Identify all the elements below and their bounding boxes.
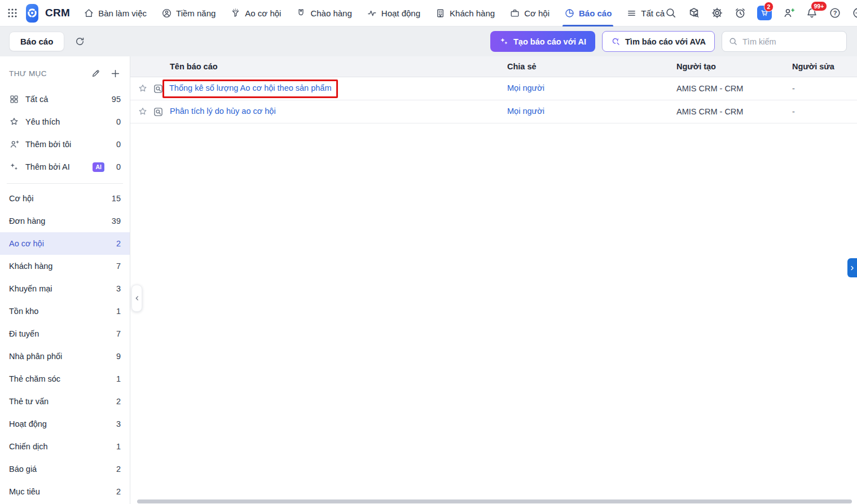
sidebar-folder-the-cham-soc[interactable]: Thẻ chăm sóc 1	[0, 368, 130, 390]
horizontal-scrollbar[interactable]	[137, 499, 852, 503]
search-icon[interactable]	[665, 7, 677, 19]
report-search-box[interactable]	[722, 31, 847, 52]
sidebar-item-tat-ca[interactable]: Tất cả95	[0, 88, 130, 110]
sidebar-folder-di-tuyen[interactable]: Đi tuyến 7	[0, 322, 130, 345]
app-launcher-icon[interactable]	[7, 7, 18, 19]
report-table: Tên báo cáo Chia sẻ Người tạo Người sửa …	[130, 56, 857, 504]
share-link[interactable]: Mọi người	[507, 107, 544, 116]
app-title: CRM	[45, 7, 70, 19]
sidebar-divider	[7, 183, 123, 184]
search-sparkle-icon	[611, 37, 621, 46]
sidebar-folder-don-hang[interactable]: Đơn hàng 39	[0, 210, 130, 232]
sidebar-folder-the-tu-van[interactable]: Thẻ tư vấn 2	[0, 390, 130, 413]
briefcase-icon	[509, 8, 520, 19]
report-page-button[interactable]: Báo cáo	[9, 32, 64, 51]
nav-tab-label: Bàn làm việc	[98, 8, 147, 18]
sidebar-folder-co-hoi[interactable]: Cơ hội 15	[0, 187, 130, 210]
sidebar-folder-ao-co-hoi[interactable]: Ao cơ hội 2	[0, 232, 130, 255]
find-report-ava-label: Tìm báo cáo với AVA	[625, 37, 706, 46]
share-cell: Mọi người	[507, 107, 676, 117]
report-name-link[interactable]: Thống kê số lượng Ao cơ hội theo sản phẩ…	[169, 83, 331, 92]
add-folder-icon[interactable]	[110, 68, 121, 79]
grid-icon	[9, 94, 19, 104]
favorite-star-icon[interactable]	[138, 83, 148, 94]
help-icon[interactable]: ?	[829, 7, 841, 19]
preview-report-icon[interactable]	[153, 107, 164, 117]
settings-gear-icon[interactable]	[711, 7, 723, 19]
sidebar-folder-hoat-dong[interactable]: Hoạt động 3	[0, 413, 130, 435]
sidebar-folder-count: 2	[116, 465, 121, 474]
nav-right-icons: 299+?	[665, 6, 857, 20]
sidebar-folder-label: Đi tuyến	[9, 329, 39, 338]
col-header-name[interactable]: Tên báo cáo	[170, 62, 507, 71]
sidebar-folder-bao-gia[interactable]: Báo giá 2	[0, 458, 130, 480]
nav-tab-tat-ca[interactable]: Tất cả	[626, 0, 665, 26]
sparkles-icon	[9, 162, 19, 172]
store-cart-icon[interactable]: 2	[757, 6, 772, 20]
sidebar-folder-label: Báo giá	[9, 465, 37, 474]
create-report-ai-label: Tạo báo cáo với AI	[513, 37, 586, 46]
nav-tab-label: Chào hàng	[310, 8, 351, 18]
add-user-icon[interactable]	[783, 7, 795, 19]
sidebar-folder-chien-dich[interactable]: Chiến dịch 1	[0, 435, 130, 458]
sidebar-folder-label: Ao cơ hội	[9, 239, 44, 248]
package-search-icon[interactable]	[688, 7, 700, 19]
sidebar-folder-label: Tồn kho	[9, 307, 38, 316]
sidebar-folder-count: 39	[112, 216, 121, 226]
sidebar-folder-nha-phan-phoi[interactable]: Nhà phân phối 9	[0, 345, 130, 368]
search-icon	[728, 37, 738, 46]
create-report-ai-button[interactable]: Tạo báo cáo với AI	[490, 31, 595, 52]
sidebar-item-label: Thêm bởi tôi	[25, 140, 71, 149]
sidebar-folder-ton-kho[interactable]: Tồn kho 1	[0, 300, 130, 322]
nav-tab-label: Báo cáo	[579, 8, 612, 18]
nav-tab-khach-hang[interactable]: Khách hàng	[435, 0, 495, 26]
col-header-share[interactable]: Chia sẻ	[507, 62, 676, 71]
content-area: THƯ MỤC Tất cả95 Yêu thích0 Thêm bởi tôi…	[0, 56, 857, 504]
nav-tab-tiem-nang[interactable]: Tiềm năng	[161, 0, 216, 26]
report-name-link[interactable]: Phân tích lý do hủy ao cơ hội	[170, 107, 276, 116]
pie-chart-icon	[564, 8, 575, 19]
col-header-creator[interactable]: Người tạo	[676, 62, 792, 71]
find-report-ava-button[interactable]: Tìm báo cáo với AVA	[602, 31, 715, 52]
sidebar-folder-khach-hang[interactable]: Khách hàng 7	[0, 255, 130, 277]
share-link[interactable]: Mọi người	[507, 83, 544, 92]
sidebar-item-them-boi-ai[interactable]: Thêm bởi AIAI0	[0, 156, 130, 178]
star-icon	[9, 117, 19, 127]
sidebar-collapse-handle[interactable]	[131, 285, 142, 312]
panel-expand-tab[interactable]	[847, 258, 857, 277]
sidebar-folder-khuyen-mai[interactable]: Khuyến mại 3	[0, 277, 130, 300]
nav-tab-bao-cao[interactable]: Báo cáo	[564, 0, 612, 26]
favorite-star-icon[interactable]	[138, 107, 148, 117]
sidebar-folder-label: Hoạt động	[9, 419, 47, 428]
nav-tab-label: Hoạt động	[381, 8, 420, 18]
refresh-icon[interactable]	[74, 36, 85, 47]
sidebar-folder-count: 15	[112, 194, 121, 203]
sidebar-item-count: 0	[116, 117, 121, 126]
nav-tab-hoat-dong[interactable]: Hoạt động	[367, 0, 420, 26]
nav-tab-chao-hang[interactable]: Chào hàng	[296, 0, 351, 26]
sidebar-item-them-boi-toi[interactable]: Thêm bởi tôi0	[0, 133, 130, 156]
home-icon	[83, 8, 94, 19]
sidebar-item-label: Tất cả	[25, 95, 48, 104]
notification-bell-icon[interactable]: 99+	[806, 7, 818, 19]
sidebar-folder-count: 2	[116, 239, 121, 248]
notification-badge: 99+	[811, 1, 827, 11]
menu-lines-icon	[626, 8, 637, 19]
more-icon[interactable]	[852, 7, 857, 19]
share-cell: Mọi người	[507, 83, 676, 94]
svg-text:?: ?	[833, 10, 837, 16]
sidebar-item-yeu-thich[interactable]: Yêu thích0	[0, 110, 130, 133]
nav-tab-label: Tất cả	[641, 8, 665, 18]
crm-logo-icon[interactable]	[26, 4, 38, 23]
edit-folders-icon[interactable]	[91, 68, 101, 79]
nav-tab-ao-co-hoi[interactable]: Ao cơ hội	[230, 0, 281, 26]
nav-tab-ban-lam-viec[interactable]: Bàn làm việc	[83, 0, 147, 26]
search-input[interactable]	[742, 37, 840, 46]
red-highlight-annotation: Thống kê số lượng Ao cơ hội theo sản phẩ…	[162, 79, 338, 98]
sidebar-folder-muc-tieu[interactable]: Mục tiêu 2	[0, 480, 130, 503]
col-header-editor[interactable]: Người sửa	[792, 62, 857, 71]
nav-tab-co-hoi[interactable]: Cơ hội	[509, 0, 550, 26]
table-body: Thống kê số lượng Ao cơ hội theo sản phẩ…	[130, 77, 857, 123]
sidebar-item-count: 0	[116, 162, 121, 171]
alarm-clock-icon[interactable]	[734, 7, 746, 19]
